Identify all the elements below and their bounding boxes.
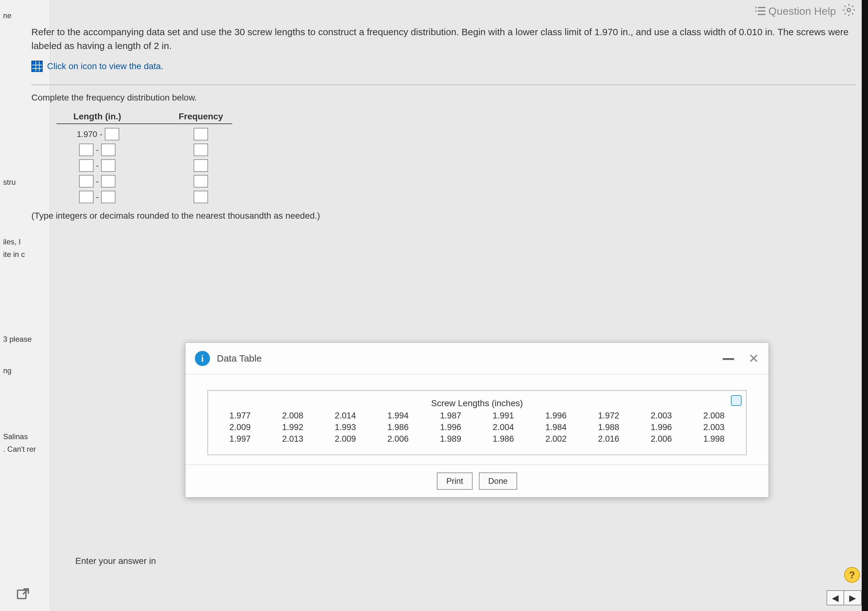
table-row: - [56,159,856,172]
data-title: Screw Lengths (inches) [217,398,736,408]
data-cell: 2.009 [323,434,368,444]
list-icon [755,7,766,15]
frequency-table: Length (in.) Frequency 1.970 - - - [56,112,856,203]
data-cell: 2.006 [375,434,420,444]
print-button[interactable]: Print [437,473,472,490]
data-cell: 1.986 [481,434,526,444]
data-cell: 1.986 [375,423,420,432]
data-cell: 2.013 [270,434,315,444]
data-cell: 1.997 [217,434,263,444]
view-data-label: Click on icon to view the data. [47,61,163,71]
col-header-frequency: Frequency [173,112,229,121]
data-cell: 1.998 [691,434,736,444]
data-cell: 1.991 [481,411,526,421]
data-cell: 2.003 [691,423,736,432]
frequency-input[interactable] [194,159,208,172]
section-label: Complete the frequency distribution belo… [31,93,856,103]
dash: - [96,177,99,186]
close-icon[interactable]: ✕ [749,352,759,365]
data-cell: 2.016 [586,434,631,444]
frequency-input[interactable] [194,128,208,140]
data-cell: 2.009 [217,423,263,432]
dialog-title: Data Table [217,353,716,364]
copy-icon[interactable] [731,395,741,406]
col-header-length: Length (in.) [56,112,138,121]
next-button[interactable]: ▶ [844,591,861,605]
data-table-dialog: i Data Table ✕ Screw Lengths (inches) 1.… [185,342,769,498]
upper-limit-input[interactable] [105,128,119,140]
data-cell: 2.014 [323,411,368,421]
data-cell: 2.004 [481,423,526,432]
sidebar-fragment: Salinas [0,431,50,443]
export-icon[interactable] [16,587,30,602]
dash: - [96,192,99,202]
data-cell: 1.987 [428,411,473,421]
dash: - [100,129,102,139]
question-help-button[interactable]: Question Help [755,5,836,17]
sidebar-fragment: 3 please [0,333,50,345]
frequency-input[interactable] [194,143,208,156]
minimize-button[interactable] [723,357,734,360]
view-data-link[interactable]: Click on icon to view the data. [31,61,856,72]
sidebar-fragment: iles, I [0,236,50,248]
prev-button[interactable]: ◀ [827,591,844,605]
data-cell: 1.989 [428,434,473,444]
sidebar-fragment: ng [0,364,50,377]
data-cell: 1.988 [586,423,631,432]
data-cell: 1.992 [270,423,315,432]
frequency-input[interactable] [194,191,208,203]
data-cell: 2.008 [270,411,315,421]
divider [31,84,856,85]
frequency-input[interactable] [194,175,208,188]
table-row: - [56,143,856,156]
lower-limit-input[interactable] [79,175,93,188]
rounding-instruction: (Type integers or decimals rounded to th… [31,211,856,221]
sidebar-fragment: . Can't rer [0,443,50,456]
nav-arrows: ◀ ▶ [826,590,862,605]
help-badge[interactable]: ? [844,567,860,583]
table-row: 1.970 - [56,128,856,140]
dash: - [96,161,99,171]
data-cell: 1.977 [217,411,263,421]
question-help-label: Question Help [769,5,836,17]
dash: - [96,145,99,155]
data-cell: 2.006 [639,434,684,444]
table-icon [31,61,43,72]
data-grid: 1.9772.0082.0141.9941.9871.9911.9961.972… [217,411,736,444]
lower-limit-input[interactable] [79,191,93,203]
table-row: - [56,191,856,203]
svg-rect-1 [17,590,26,599]
enter-answer-label: Enter your answer in [75,556,156,566]
data-cell: 1.996 [639,423,684,432]
fixed-lower-limit: 1.970 [75,129,97,139]
data-cell: 1.972 [586,411,631,421]
data-frame: Screw Lengths (inches) 1.9772.0082.0141.… [208,390,747,455]
lower-limit-input[interactable] [79,143,93,156]
table-row: - [56,175,856,188]
upper-limit-input[interactable] [101,159,115,172]
upper-limit-input[interactable] [101,143,115,156]
data-cell: 2.002 [533,434,579,444]
upper-limit-input[interactable] [101,175,115,188]
upper-limit-input[interactable] [101,191,115,203]
screen-edge [862,0,868,611]
svg-point-0 [847,8,851,12]
data-cell: 1.993 [323,423,368,432]
sidebar-fragment: ite in c [0,248,50,261]
data-cell: 1.984 [533,423,579,432]
question-prompt: Refer to the accompanying data set and u… [31,25,856,53]
data-cell: 1.996 [533,411,579,421]
sidebar-fragment: ne [0,9,50,22]
data-cell: 2.003 [639,411,684,421]
done-button[interactable]: Done [479,473,517,490]
data-cell: 1.994 [375,411,420,421]
info-icon: i [195,351,210,366]
data-cell: 1.996 [428,423,473,432]
data-cell: 2.008 [691,411,736,421]
gear-icon[interactable] [842,3,856,19]
lower-limit-input[interactable] [79,159,93,172]
